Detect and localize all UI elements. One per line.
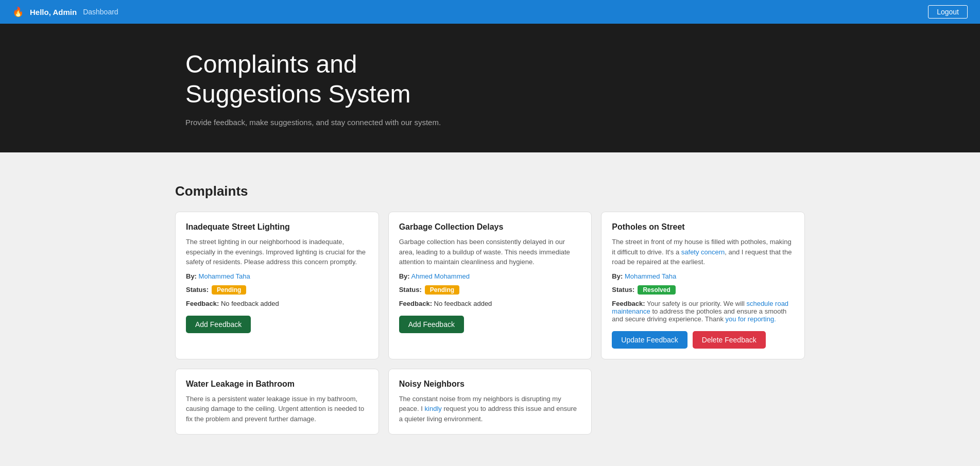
card-actions-1: Add Feedback xyxy=(186,316,368,333)
status-badge-2: Pending xyxy=(425,285,459,295)
main-content: Complaints Inadequate Street Lighting Th… xyxy=(0,152,980,455)
complaint-card-2: Garbage Collection Delays Garbage collec… xyxy=(388,212,592,359)
dashboard-link[interactable]: Dashboard xyxy=(83,8,118,16)
card-status-row-2: Status: Pending xyxy=(399,285,581,295)
card-feedback-3: Feedback: Your safety is our priority. W… xyxy=(612,300,794,323)
status-badge-3: Resolved xyxy=(638,285,675,295)
section-title: Complaints xyxy=(175,183,805,199)
card-description-5: The constant noise from my neighbors is … xyxy=(399,394,581,424)
card-status-row-1: Status: Pending xyxy=(186,285,368,295)
card-author-1: Mohammed Taha xyxy=(199,272,250,280)
card-description-1: The street lighting in our neighborhood … xyxy=(186,237,368,267)
card-description-3: The street in front of my house is fille… xyxy=(612,237,794,267)
by-label-3: By: xyxy=(612,272,623,280)
by-label: By: xyxy=(186,272,197,280)
card-description-2: Garbage collection has been consistently… xyxy=(399,237,581,267)
cards-grid: Inadequate Street Lighting The street li… xyxy=(175,212,805,435)
add-feedback-button-2[interactable]: Add Feedback xyxy=(399,316,464,333)
navbar-left: 🔥 Hello, Admin Dashboard xyxy=(12,6,118,18)
hero-section: Complaints and Suggestions System Provid… xyxy=(0,24,980,152)
card-title-3: Potholes on Street xyxy=(612,222,794,232)
card-title-2: Garbage Collection Delays xyxy=(399,222,581,232)
card-actions-2: Add Feedback xyxy=(399,316,581,333)
add-feedback-button-1[interactable]: Add Feedback xyxy=(186,316,251,333)
navbar: 🔥 Hello, Admin Dashboard Logout xyxy=(0,0,980,24)
card-description-4: There is a persistent water leakage issu… xyxy=(186,394,368,424)
complaint-card-4: Water Leakage in Bathroom There is a per… xyxy=(175,369,379,435)
status-label-2: Status: xyxy=(399,286,422,294)
update-feedback-button-3[interactable]: Update Feedback xyxy=(612,331,687,349)
complaint-card-5: Noisy Neighbors The constant noise from … xyxy=(388,369,592,435)
fire-icon: 🔥 xyxy=(12,6,24,18)
by-label-2: By: xyxy=(399,272,410,280)
card-author-3: Mohammed Taha xyxy=(625,272,676,280)
hero-subtitle: Provide feedback, make suggestions, and … xyxy=(185,118,980,127)
feedback-text-2: No feedback added xyxy=(434,300,492,307)
complaint-card-1: Inadequate Street Lighting The street li… xyxy=(175,212,379,359)
feedback-text-1: No feedback added xyxy=(221,300,279,307)
card-by-1: By: Mohammed Taha xyxy=(186,272,368,280)
delete-feedback-button-3[interactable]: Delete Feedback xyxy=(693,331,766,349)
card-feedback-2: Feedback: No feedback added xyxy=(399,300,581,307)
card-author-2: Ahmed Mohammed xyxy=(411,272,470,280)
card-by-2: By: Ahmed Mohammed xyxy=(399,272,581,280)
logout-button[interactable]: Logout xyxy=(928,5,968,19)
feedback-label-2: Feedback: xyxy=(399,300,432,307)
card-actions-3: Update Feedback Delete Feedback xyxy=(612,331,794,349)
card-by-3: By: Mohammed Taha xyxy=(612,272,794,280)
status-badge-1: Pending xyxy=(212,285,246,295)
card-feedback-1: Feedback: No feedback added xyxy=(186,300,368,307)
status-label-3: Status: xyxy=(612,286,634,294)
card-title-5: Noisy Neighbors xyxy=(399,379,581,389)
navbar-greeting: Hello, Admin xyxy=(30,8,77,16)
feedback-label-1: Feedback: xyxy=(186,300,219,307)
complaint-card-3: Potholes on Street The street in front o… xyxy=(601,212,805,359)
card-title-4: Water Leakage in Bathroom xyxy=(186,379,368,389)
card-status-row-3: Status: Resolved xyxy=(612,285,794,295)
card-title-1: Inadequate Street Lighting xyxy=(186,222,368,232)
hero-title: Complaints and Suggestions System xyxy=(185,49,980,109)
status-label-1: Status: xyxy=(186,286,209,294)
feedback-label-3: Feedback: xyxy=(612,300,645,307)
